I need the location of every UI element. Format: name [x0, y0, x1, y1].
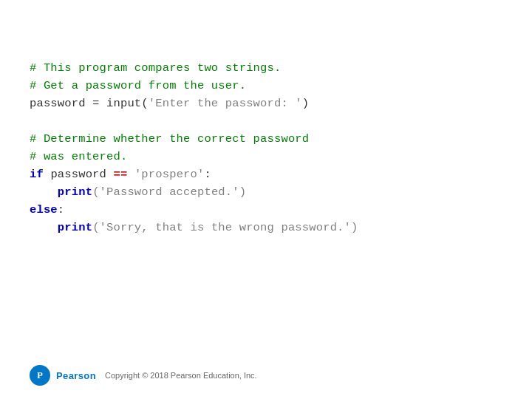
code-line-5: # was entered. — [30, 148, 502, 166]
code-line-7: print('Password accepted.') — [30, 183, 502, 201]
code-line-4: # Determine whether the correct password — [30, 130, 502, 148]
code-line-9: print('Sorry, that is the wrong password… — [30, 219, 502, 236]
code-block: # This program compares two strings. # G… — [30, 59, 502, 236]
code-line-6: if password == 'prospero': — [30, 166, 502, 183]
code-line-8: else: — [30, 201, 502, 219]
pearson-brand: Pearson — [56, 370, 96, 381]
code-line-3: password = input('Enter the password: ') — [30, 95, 502, 112]
footer: P Pearson Copyright © 2018 Pearson Educa… — [30, 365, 257, 386]
pearson-logo-icon: P — [30, 365, 50, 386]
code-line-1: # This program compares two strings. — [30, 59, 502, 77]
blank-line-1 — [30, 112, 502, 130]
copyright-text: Copyright © 2018 Pearson Education, Inc. — [105, 371, 257, 380]
code-line-2: # Get a password from the user. — [30, 77, 502, 95]
